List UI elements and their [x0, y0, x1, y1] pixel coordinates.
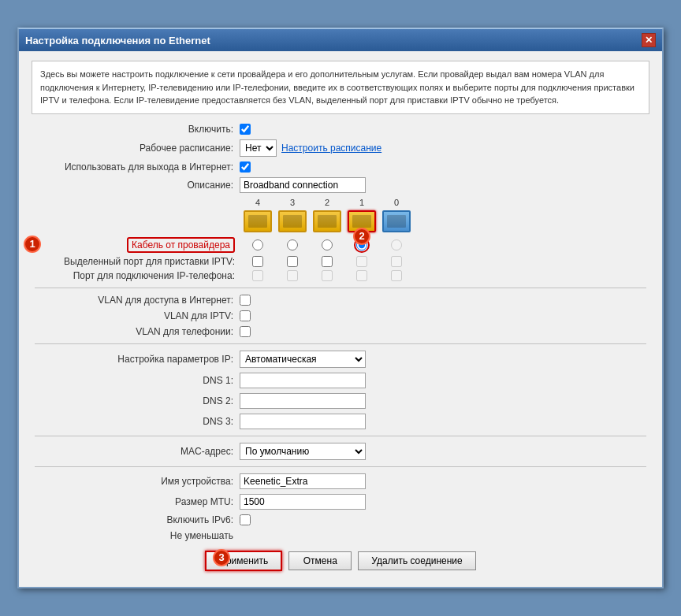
iptv-cb-4[interactable]	[241, 256, 274, 267]
phone-checkbox-1[interactable]	[356, 270, 367, 281]
phone-checkbox-2[interactable]	[322, 270, 333, 281]
port-1-inner	[352, 215, 371, 228]
ipv6-checkbox[interactable]	[240, 514, 251, 525]
schedule-label: Рабочее расписание:	[35, 143, 240, 154]
cable-radio-cells: 2	[241, 237, 413, 253]
iptv-cb-1[interactable]	[345, 256, 378, 267]
phone-checkbox-cells	[241, 270, 413, 281]
iptv-cb-0[interactable]	[380, 256, 413, 267]
phone-cb-4	[241, 270, 274, 281]
phone-checkbox-3[interactable]	[287, 270, 298, 281]
dns1-label: DNS 1:	[35, 375, 240, 386]
dialog-content: Здесь вы можете настроить подключение к …	[19, 51, 662, 587]
schedule-select[interactable]: Нет	[240, 139, 277, 157]
delete-button[interactable]: Удалить соединение	[358, 551, 475, 570]
cable-radio-4[interactable]	[241, 237, 274, 253]
phone-cb-1	[345, 270, 378, 281]
cable-radio-0[interactable]	[380, 237, 413, 253]
no-reduce-label: Не уменьшать	[35, 530, 240, 541]
schedule-value: Нет Настроить расписание	[240, 139, 381, 157]
device-name-input[interactable]	[240, 473, 366, 489]
port-0[interactable]	[382, 210, 411, 232]
port-0-icon[interactable]	[380, 209, 413, 234]
dns3-row: DNS 3:	[35, 414, 646, 429]
dns1-value	[240, 373, 366, 388]
phone-cb-3	[276, 270, 309, 281]
cancel-button[interactable]: Отмена	[288, 551, 352, 570]
iptv-row: Выделенный порт для приставки IPTV:	[35, 256, 646, 267]
phone-checkbox-0[interactable]	[391, 270, 402, 281]
iptv-checkbox-2[interactable]	[322, 256, 333, 267]
iptv-checkbox-0[interactable]	[391, 256, 402, 267]
iptv-cb-2[interactable]	[311, 256, 344, 267]
iptv-cb-3[interactable]	[276, 256, 309, 267]
port-num-3: 3	[276, 198, 309, 207]
mac-select[interactable]: По умолчанию	[240, 443, 366, 460]
phone-label: Порт для подключения IP-телефона:	[35, 270, 241, 281]
vlan-iptv-value	[240, 310, 251, 321]
port-2-inner	[318, 215, 337, 228]
ip-settings-select[interactable]: Автоматическая	[240, 351, 366, 368]
port-3-inner	[283, 215, 302, 228]
internet-checkbox[interactable]	[240, 161, 251, 173]
dns2-input[interactable]	[240, 393, 366, 409]
vlan-phone-checkbox[interactable]	[240, 326, 251, 337]
ip-settings-value: Автоматическая	[240, 351, 366, 368]
cable-radio-1[interactable]: 2	[345, 237, 378, 253]
phone-checkbox-4[interactable]	[252, 270, 263, 281]
phone-cb-0	[380, 270, 413, 281]
port-num-4: 4	[241, 198, 274, 207]
port-num-0: 0	[380, 198, 413, 207]
cable-radio-port-2[interactable]	[322, 239, 333, 250]
iptv-checkbox-1[interactable]	[356, 256, 367, 267]
iptv-checkbox-3[interactable]	[287, 256, 298, 267]
schedule-row: Рабочее расписание: Нет Настроить распис…	[35, 139, 646, 157]
phone-cb-2	[311, 270, 344, 281]
mtu-value	[240, 494, 366, 510]
description-value	[240, 177, 366, 193]
cable-radio-3[interactable]	[276, 237, 309, 253]
badge-1: 1	[24, 236, 41, 253]
form-section: Включить: Рабочее расписание: Нет Настро…	[32, 124, 649, 577]
enable-label: Включить:	[35, 124, 240, 135]
cable-radio-2[interactable]	[311, 237, 344, 253]
ipv6-label: Включить IPv6:	[35, 514, 240, 525]
port-3[interactable]	[278, 210, 307, 232]
buttons-row: 3 Применить Отмена Удалить соединение	[35, 551, 646, 577]
port-numbers: 4 3 2 1 0	[241, 198, 646, 207]
dns3-input[interactable]	[240, 414, 366, 429]
cable-label: Кабель от провайдера 1	[35, 237, 241, 253]
enable-checkbox[interactable]	[240, 124, 251, 135]
vlan-internet-label: VLAN для доступа в Интернет:	[35, 295, 240, 306]
phone-row: Порт для подключения IP-телефона:	[35, 270, 646, 281]
info-text: Здесь вы можете настроить подключение к …	[40, 69, 634, 105]
port-2-icon[interactable]	[311, 209, 344, 234]
badge-3: 3	[213, 549, 230, 566]
internet-label: Использовать для выхода в Интернет:	[35, 161, 240, 173]
close-button[interactable]: ✕	[642, 33, 656, 47]
mac-label: MAC-адрес:	[35, 446, 240, 457]
vlan-internet-checkbox[interactable]	[240, 295, 251, 306]
internet-value	[240, 161, 251, 173]
port-4[interactable]	[244, 210, 272, 232]
vlan-iptv-checkbox[interactable]	[240, 310, 251, 321]
ip-settings-row: Настройка параметров IP: Автоматическая	[35, 351, 646, 368]
port-4-icon[interactable]	[241, 209, 274, 234]
dns3-label: DNS 3:	[35, 416, 240, 427]
vlan-phone-row: VLAN для телефонии:	[35, 326, 646, 337]
cable-radio-port-3[interactable]	[287, 239, 298, 250]
no-reduce-row: Не уменьшать	[35, 530, 646, 541]
mtu-input[interactable]	[240, 494, 366, 510]
description-input[interactable]	[240, 177, 366, 193]
cable-row: Кабель от провайдера 1	[35, 237, 646, 253]
cable-radio-port-0[interactable]	[391, 239, 402, 250]
schedule-link[interactable]: Настроить расписание	[281, 143, 381, 154]
port-3-icon[interactable]	[276, 209, 309, 234]
description-label: Описание:	[35, 180, 240, 191]
mac-row: MAC-адрес: По умолчанию	[35, 443, 646, 460]
cable-radio-port-4[interactable]	[252, 239, 263, 250]
port-2[interactable]	[313, 210, 341, 232]
dns1-input[interactable]	[240, 373, 366, 388]
iptv-checkbox-4[interactable]	[252, 256, 263, 267]
dns2-label: DNS 2:	[35, 395, 240, 406]
